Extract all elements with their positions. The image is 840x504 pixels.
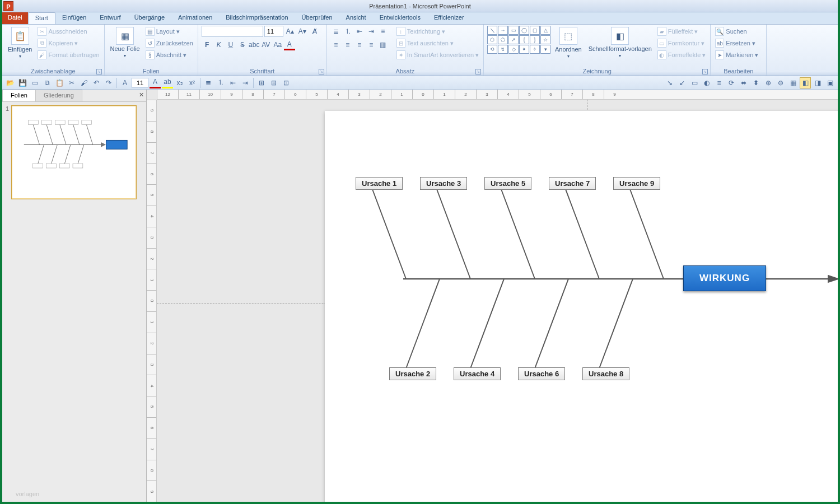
shape-rect-icon[interactable]: ▭ <box>508 26 519 35</box>
replace-button[interactable]: abErsetzen ▾ <box>714 38 759 49</box>
copy-button[interactable]: ⧉Kopieren ▾ <box>36 38 100 49</box>
align-right-button[interactable]: ≡ <box>354 39 365 50</box>
qat-sup-icon[interactable]: x² <box>186 77 198 88</box>
panel-close-icon[interactable]: ✕ <box>139 91 144 99</box>
tab-design[interactable]: Entwurf <box>93 12 127 24</box>
tab-review[interactable]: Überprüfen <box>295 12 339 24</box>
shape-item[interactable]: ⬠ <box>498 35 508 44</box>
shape-tri-icon[interactable]: △ <box>540 26 550 35</box>
shape-item[interactable]: ◇ <box>508 45 519 54</box>
panel-tab-outline[interactable]: Gliederung <box>35 90 82 101</box>
qat-cut-icon[interactable]: ✂ <box>66 77 77 88</box>
qat-redo-icon[interactable]: ↷ <box>103 77 114 88</box>
cause-box[interactable]: Ursache 5 <box>484 177 531 190</box>
shape-rrect-icon[interactable]: ▢ <box>530 26 540 35</box>
qat-paste-icon[interactable]: 📋 <box>54 77 65 88</box>
qat-tool-icon[interactable]: ⬌ <box>738 77 749 88</box>
select-button[interactable]: ➤Markieren ▾ <box>714 49 759 60</box>
case-button[interactable]: Aa <box>272 39 283 50</box>
font-size-input[interactable] <box>264 26 283 37</box>
bold-button[interactable]: F <box>202 39 213 50</box>
tab-start[interactable]: Start <box>28 12 55 24</box>
qat-tool-icon[interactable]: ◨ <box>812 77 823 88</box>
indent-button[interactable]: ⇥ <box>366 26 377 37</box>
shape-item[interactable]: ✧ <box>530 45 540 54</box>
shapes-gallery[interactable]: ＼→▭◯▢△ ⬡⬠↗{}☆ ⟲↯◇✦✧▾ <box>487 26 550 54</box>
cause-box[interactable]: Ursache 1 <box>356 177 403 190</box>
qat-highlight-icon[interactable]: ab <box>162 77 173 88</box>
qat-numbers-icon[interactable]: ⒈ <box>215 77 226 88</box>
dialog-launcher-icon[interactable]: ↘ <box>475 69 481 74</box>
shape-more-icon[interactable]: ▾ <box>540 45 550 54</box>
tab-file[interactable]: Datei <box>2 12 28 24</box>
justify-button[interactable]: ≡ <box>366 39 377 50</box>
align-center-button[interactable]: ≡ <box>342 39 353 50</box>
shape-effects-button[interactable]: ◐Formeffekte ▾ <box>656 49 707 60</box>
bullets-button[interactable]: ≣ <box>330 26 342 37</box>
shape-item[interactable]: ☆ <box>540 35 550 44</box>
shape-item[interactable]: } <box>530 35 540 44</box>
cause-box[interactable]: Ursache 7 <box>549 177 596 190</box>
qat-tool-icon[interactable]: ↘ <box>664 77 675 88</box>
tab-developer[interactable]: Entwicklertools <box>373 12 427 24</box>
quick-styles-button[interactable]: ◧ Schnellformat-vorlagen▾ <box>586 26 654 59</box>
qat-copy-icon[interactable]: ⧉ <box>41 77 53 88</box>
qat-misc-icon[interactable]: ⊞ <box>256 77 267 88</box>
arrange-button[interactable]: ⬚ Anordnen▾ <box>553 26 584 60</box>
panel-tab-slides[interactable]: Folien <box>2 90 36 101</box>
tab-transitions[interactable]: Übergänge <box>128 12 171 24</box>
shape-line-icon[interactable]: ＼ <box>487 26 497 35</box>
tab-animations[interactable]: Animationen <box>171 12 219 24</box>
spacing-button[interactable]: AV <box>260 39 272 50</box>
qat-tool-icon[interactable]: ↙ <box>676 77 688 88</box>
cause-box[interactable]: Ursache 6 <box>518 367 565 380</box>
qat-tool-icon[interactable]: ▦ <box>787 77 799 88</box>
qat-misc-icon[interactable]: ⊟ <box>268 77 279 88</box>
qat-tool-icon[interactable]: ≡ <box>713 77 725 88</box>
qat-undo-icon[interactable]: ↶ <box>91 77 102 88</box>
effect-box[interactable]: WIRKUNG <box>683 265 766 291</box>
qat-fontsize-input[interactable] <box>132 78 148 88</box>
shrink-font-button[interactable]: A▾ <box>297 26 308 37</box>
lineheight-button[interactable]: ≡ <box>377 26 389 37</box>
shape-arrow-icon[interactable]: → <box>498 26 508 35</box>
qat-indent-icon[interactable]: ⇥ <box>240 77 251 88</box>
shape-item[interactable]: { <box>519 35 529 44</box>
shape-item[interactable]: ⬡ <box>487 35 497 44</box>
text-direction-button[interactable]: ↕Textrichtung ▾ <box>395 26 480 37</box>
qat-tool-icon[interactable]: ▣ <box>824 77 836 88</box>
columns-button[interactable]: ▥ <box>377 39 389 50</box>
format-painter-button[interactable]: 🖌Format übertragen <box>36 49 100 60</box>
align-text-button[interactable]: ⊟Text ausrichten ▾ <box>395 38 480 49</box>
strike-button[interactable]: S̶ <box>237 39 248 50</box>
shape-fill-button[interactable]: ▰Fülleffekt ▾ <box>656 26 707 37</box>
shape-item[interactable]: ⟲ <box>487 45 497 54</box>
canvas[interactable]: Ursache 1 Ursache 3 Ursache 5 Ursache 7 … <box>157 100 838 502</box>
underline-button[interactable]: U <box>225 39 236 50</box>
shape-oval-icon[interactable]: ◯ <box>519 26 529 35</box>
reset-button[interactable]: ↺Zurücksetzen <box>144 38 194 49</box>
qat-tool-icon[interactable]: ⟳ <box>726 77 737 88</box>
shape-outline-button[interactable]: ▭Formkontur ▾ <box>656 38 707 49</box>
qat-font-icon[interactable]: A <box>119 77 130 88</box>
smartart-button[interactable]: ✶In SmartArt konvertieren ▾ <box>395 49 480 60</box>
qat-misc-icon[interactable]: ⊡ <box>281 77 292 88</box>
outdent-button[interactable]: ⇤ <box>354 26 365 37</box>
slide[interactable]: Ursache 1 Ursache 3 Ursache 5 Ursache 7 … <box>325 111 838 502</box>
shape-item[interactable]: ↗ <box>508 35 519 44</box>
align-left-button[interactable]: ≡ <box>330 39 342 50</box>
new-slide-button[interactable]: ▦ Neue Folie ▾ <box>108 26 142 59</box>
tab-insert[interactable]: Einfügen <box>55 12 93 24</box>
shape-item[interactable]: ↯ <box>498 45 508 54</box>
tab-view[interactable]: Ansicht <box>339 12 373 24</box>
italic-button[interactable]: K <box>213 39 225 50</box>
find-button[interactable]: 🔍Suchen <box>714 26 759 37</box>
cause-box[interactable]: Ursache 9 <box>613 177 660 190</box>
shadow-button[interactable]: abc <box>249 39 260 50</box>
dialog-launcher-icon[interactable]: ↘ <box>702 69 708 74</box>
cause-box[interactable]: Ursache 2 <box>389 367 436 380</box>
shape-item[interactable]: ✦ <box>519 45 529 54</box>
qat-tool-icon[interactable]: ⬍ <box>750 77 762 88</box>
qat-save-icon[interactable]: 💾 <box>17 77 28 88</box>
clear-format-button[interactable]: A̸ <box>309 26 320 37</box>
